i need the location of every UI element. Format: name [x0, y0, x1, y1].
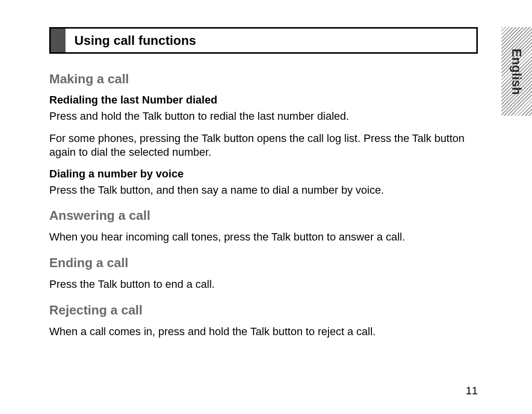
body-text: Press the Talk button, and then say a na… [49, 183, 478, 198]
body-text: Press and hold the Talk button to redial… [49, 109, 478, 124]
page-number: 11 [466, 384, 478, 397]
body-text: Press the Talk button to end a call. [49, 277, 478, 292]
title-accent [51, 29, 66, 52]
section-heading: Making a call [49, 71, 478, 87]
section-heading: Answering a call [49, 208, 478, 223]
language-tab: English [501, 27, 532, 116]
title-bar: Using call functions [49, 27, 478, 54]
section-heading: Ending a call [49, 255, 478, 271]
page-content: Using call functions Making a call Redia… [0, 0, 532, 366]
sub-heading: Redialing the last Number dialed [49, 94, 478, 106]
body-text: When you hear incoming call tones, press… [49, 230, 478, 244]
sub-heading: Dialing a number by voice [49, 168, 478, 180]
body-text: For some phones, pressing the Talk butto… [49, 132, 478, 160]
section-heading: Rejecting a call [49, 303, 478, 318]
body-text: When a call comes in, press and hold the… [49, 325, 478, 339]
page-title: Using call functions [66, 29, 196, 52]
language-tab-text: English [509, 48, 525, 95]
